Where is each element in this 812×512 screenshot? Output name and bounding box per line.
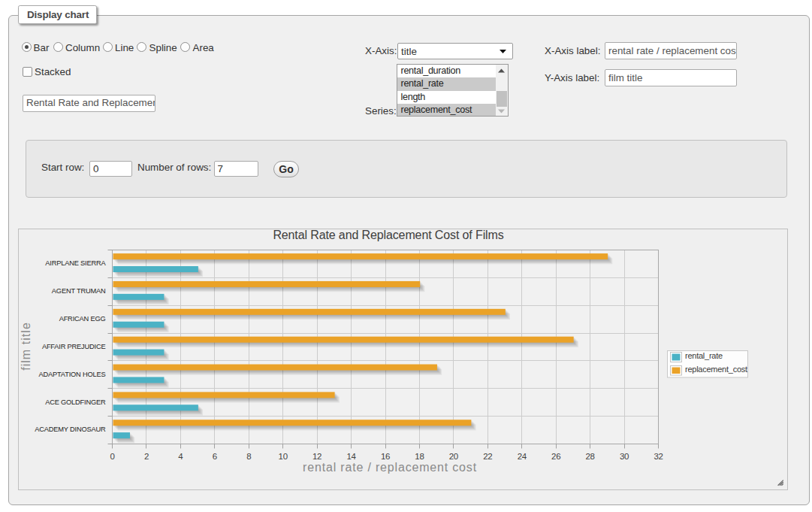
svg-text:32: 32 (654, 452, 663, 461)
svg-text:ACADEMY DINOSAUR: ACADEMY DINOSAUR (35, 426, 106, 433)
svg-text:replacement_cost: replacement_cost (685, 365, 747, 374)
svg-text:AGENT TRUMAN: AGENT TRUMAN (52, 287, 106, 295)
svg-text:AFRICAN EGG: AFRICAN EGG (59, 315, 106, 323)
svg-text:ACE GOLDFINGER: ACE GOLDFINGER (45, 398, 106, 406)
svg-text:20: 20 (449, 452, 458, 461)
svg-text:AFFAIR PREJUDICE: AFFAIR PREJUDICE (42, 343, 106, 350)
svg-text:ADAPTATION HOLES: ADAPTATION HOLES (39, 371, 106, 378)
svg-text:14: 14 (346, 452, 356, 461)
svg-text:2: 2 (144, 452, 149, 461)
svg-text:Rental Rate and Replacement Co: Rental Rate and Replacement Cost of Film… (273, 229, 503, 241)
svg-text:24: 24 (518, 452, 527, 461)
svg-text:16: 16 (381, 452, 390, 461)
svg-text:rental rate / replacement cost: rental rate / replacement cost (303, 461, 477, 474)
svg-text:rental_rate: rental_rate (685, 351, 723, 360)
svg-text:22: 22 (483, 452, 492, 461)
svg-text:18: 18 (415, 452, 424, 461)
svg-text:AIRPLANE SIERRA: AIRPLANE SIERRA (45, 259, 106, 267)
svg-text:4: 4 (178, 452, 183, 461)
svg-text:28: 28 (586, 452, 595, 461)
svg-text:10: 10 (279, 452, 288, 461)
svg-text:film title: film title (20, 322, 32, 371)
svg-text:12: 12 (312, 452, 321, 461)
svg-text:6: 6 (213, 452, 217, 461)
svg-text:8: 8 (246, 452, 251, 461)
svg-text:26: 26 (551, 452, 560, 461)
svg-text:30: 30 (620, 452, 629, 461)
svg-text:0: 0 (110, 452, 114, 461)
